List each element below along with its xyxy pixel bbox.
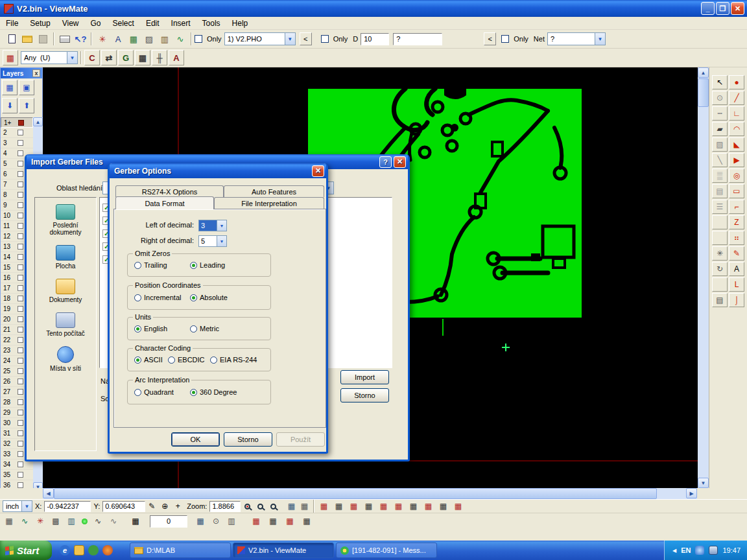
layer-color-swatch[interactable] (18, 347, 23, 353)
canvas-vertical-scrollbar[interactable]: ▲ ▼ (698, 67, 709, 488)
layer-color-swatch[interactable] (18, 358, 23, 364)
prev-layer-button[interactable]: < (300, 32, 312, 45)
select-tool[interactable]: ↖ (712, 75, 728, 89)
layer-color-swatch[interactable] (18, 327, 23, 332)
help-button[interactable]: ? (379, 156, 392, 168)
chevron-down-icon[interactable]: ▼ (595, 33, 605, 45)
tab-file-interpretation[interactable]: File Interpretation (214, 197, 324, 209)
settings-tool[interactable]: ✳ (712, 246, 728, 261)
scroll-down-icon[interactable]: ▼ (33, 482, 43, 488)
radio-metric[interactable]: Metric (190, 325, 219, 332)
radio-360-degree[interactable]: 360 Degree (190, 388, 237, 396)
hatch-tool[interactable]: ▨ (712, 137, 728, 152)
g-filter-button[interactable]: G (118, 50, 134, 65)
texture-tool[interactable]: ▒ (712, 169, 728, 183)
start-button[interactable]: Start (0, 541, 52, 560)
layer-color-swatch[interactable] (18, 264, 23, 270)
menu-item[interactable]: Setup (24, 18, 56, 29)
storno-button[interactable]: Storno (340, 388, 389, 402)
menu-item[interactable]: Select (107, 18, 140, 29)
dcode-input[interactable]: 10 (361, 33, 389, 45)
monitor-tray-icon[interactable] (709, 546, 718, 555)
center-target-icon[interactable]: ⊕ (158, 500, 171, 512)
task-messenger[interactable]: [191-482-091] - Mess... (336, 542, 437, 558)
close-icon[interactable]: x (32, 69, 40, 77)
grid-alt-icon[interactable]: ▨ (141, 31, 157, 47)
apply-button[interactable]: Použít (276, 432, 325, 447)
print-icon[interactable] (57, 31, 73, 47)
task-viewmate[interactable]: V2.bin - ViewMate (233, 542, 334, 558)
grid-snap-icon[interactable]: ▦ (298, 500, 311, 512)
chevron-down-icon[interactable]: ▼ (285, 33, 295, 45)
layer-row-active[interactable]: 1+ (1, 117, 33, 128)
chevron-down-icon[interactable]: ▼ (67, 52, 77, 64)
pointer-tool[interactable]: ▶ (729, 153, 744, 167)
dense-grid-icon[interactable]: ▥ (225, 515, 238, 527)
dcode-icon-8[interactable]: ▦ (421, 500, 434, 512)
only-dcode-checkbox[interactable] (321, 35, 329, 43)
folder-icon[interactable] (74, 545, 84, 555)
pad-dark-icon-2[interactable]: ▦ (300, 515, 313, 527)
swap-button[interactable]: ⇄ (101, 50, 117, 65)
open-file-icon[interactable] (19, 31, 35, 47)
target-grid-icon[interactable]: ⊙ (209, 515, 222, 527)
blank-tool-3[interactable] (712, 277, 728, 292)
rotate-tool[interactable]: ↻ (712, 262, 728, 276)
task-mlab[interactable]: D:\MLAB (130, 542, 231, 558)
layer-color-swatch[interactable] (18, 120, 24, 126)
layer-row[interactable]: 2 (1, 128, 33, 138)
window-titlebar[interactable]: V2.bin - ViewMate _ ❐ ✕ (0, 0, 747, 17)
menu-item[interactable]: Help (226, 18, 254, 29)
dimension-tool[interactable]: L (729, 277, 744, 292)
menu-item[interactable]: Insert (165, 18, 196, 29)
dots-tool[interactable]: ⠶ (729, 231, 744, 245)
layer-color-swatch[interactable] (18, 410, 23, 415)
layer-color-swatch[interactable] (18, 430, 23, 436)
zoom-in-icon[interactable] (241, 500, 254, 512)
pad-red-icon-1[interactable]: ▦ (250, 515, 263, 527)
layer-color-swatch[interactable] (18, 296, 23, 301)
flash-aperture-icon[interactable]: ✳ (95, 31, 110, 47)
draw-mode-icon[interactable]: ✎ (145, 500, 158, 512)
any-filter-combobox[interactable]: Any (U) ▼ (21, 51, 78, 64)
layer-color-swatch[interactable] (18, 472, 23, 478)
ok-button[interactable]: OK (171, 432, 220, 447)
close-button[interactable]: ✕ (394, 156, 406, 168)
dot-grid-icon[interactable]: ▦ (194, 515, 207, 527)
layer-color-swatch[interactable] (18, 316, 23, 322)
clock[interactable]: 19:47 (722, 546, 741, 554)
pad-dark-icon-1[interactable]: ▦ (267, 515, 279, 527)
scroll-left-icon[interactable]: ◀ (43, 488, 54, 498)
pencil-tool[interactable]: ✎ (729, 246, 744, 261)
layer-color-swatch[interactable] (18, 441, 23, 447)
grid-toggle-icon[interactable]: ▦ (285, 500, 298, 512)
menu-item[interactable]: View (56, 18, 85, 29)
chevron-down-icon[interactable]: ▼ (217, 220, 226, 231)
layer-color-swatch[interactable] (18, 223, 23, 229)
dash-tool[interactable]: ┅ (712, 106, 728, 121)
text-tool[interactable]: A (729, 262, 744, 276)
blank-tool-2[interactable] (712, 231, 728, 245)
layer-color-swatch[interactable] (18, 150, 23, 156)
menu-item[interactable]: Edit (140, 18, 165, 29)
layer-color-swatch[interactable] (18, 420, 23, 426)
radio-eia-rs244[interactable]: EIA RS-244 (210, 356, 257, 364)
prev-dcode-button[interactable]: < (484, 32, 496, 45)
arc-tool[interactable]: ◠ (729, 122, 744, 136)
menu-item[interactable]: File (0, 18, 24, 29)
dcode-icon-1[interactable]: ▦ (317, 500, 330, 512)
layer-color-button[interactable]: ▣ (19, 80, 34, 95)
dcode-icon-7[interactable]: ▦ (407, 500, 420, 512)
star-grid-icon[interactable]: ✳ (34, 515, 47, 527)
network-tray-icon[interactable] (695, 546, 704, 555)
vertical-scroll-thumb[interactable] (698, 78, 709, 107)
scroll-down-icon[interactable]: ▼ (698, 478, 709, 488)
wave-small-icon[interactable]: ∿ (18, 515, 31, 527)
tab-rs274x[interactable]: RS274-X Options (115, 185, 224, 197)
internet-explorer-icon[interactable]: e (60, 545, 70, 555)
output-tool[interactable]: ▤ (712, 293, 728, 307)
minimize-button[interactable]: _ (701, 2, 715, 15)
radio-quadrant[interactable]: Quadrant (134, 388, 174, 396)
dcode-icon-6[interactable]: ▦ (392, 500, 405, 512)
tab-auto-features[interactable]: Auto Features (224, 185, 324, 197)
